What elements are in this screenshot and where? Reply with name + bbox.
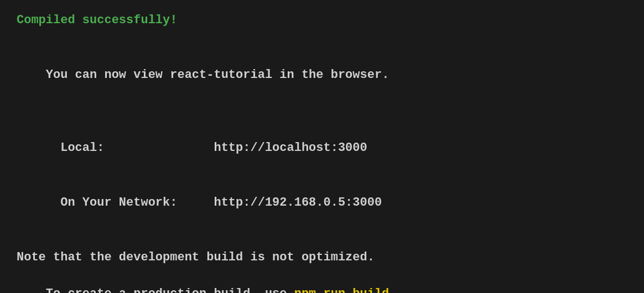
view-line: You can now view react-tutorial in the b… [17, 48, 627, 102]
note-text-end: . [389, 287, 396, 293]
terminal-output: Compiled successfully! You can now view … [17, 11, 627, 293]
spacer-2 [17, 102, 627, 121]
network-label: On Your Network: [46, 196, 214, 210]
npm-run-build: npm run build [294, 287, 389, 293]
app-name: react-tutorial [170, 68, 272, 82]
compiled-line: Compiled successfully! [17, 11, 627, 29]
network-url: http://192.168.0.5:3000 [214, 196, 382, 210]
local-line: Local: http://localhost:3000 [17, 121, 627, 175]
local-label: Local: [46, 141, 214, 155]
local-url: http://localhost:3000 [214, 141, 367, 155]
note-line-1: Note that the development build is not o… [17, 248, 627, 266]
view-text-start: You can now view [46, 68, 170, 82]
spacer-1 [17, 29, 627, 48]
spacer-3 [17, 230, 627, 248]
note-line-2: To create a production build, use npm ru… [17, 266, 627, 293]
view-text-end: in the browser. [272, 68, 389, 82]
note-text-start: To create a production build, use [46, 287, 294, 293]
network-line: On Your Network: http://192.168.0.5:3000 [17, 175, 627, 230]
